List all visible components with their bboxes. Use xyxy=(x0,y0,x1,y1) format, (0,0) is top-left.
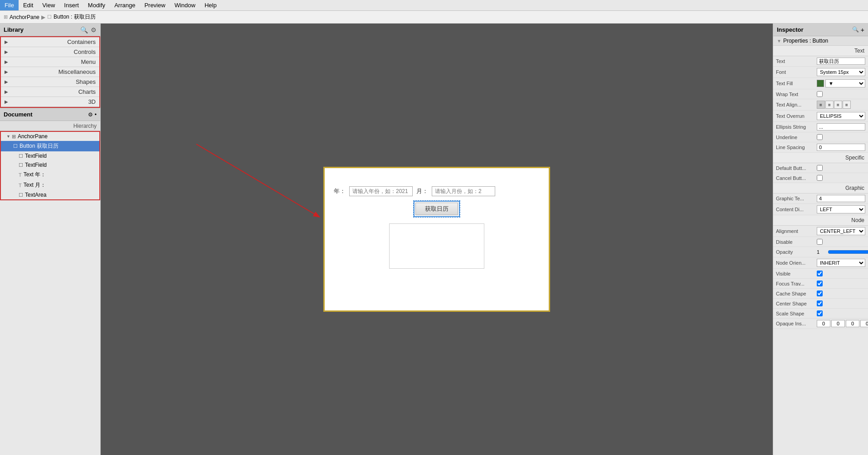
inspector-opaque-inset-bottom[interactable] xyxy=(846,320,859,327)
tree-item-anchorpane[interactable]: ▼ ⊞ AnchorPane xyxy=(1,132,99,141)
inspector-graphic-text-input[interactable] xyxy=(817,195,865,202)
tree-item-text-year[interactable]: T Text 年： xyxy=(1,169,99,180)
document-icons: ⚙ • xyxy=(88,111,97,118)
align-left-button[interactable]: ≡ xyxy=(817,101,825,109)
inspector-header: Inspector 🔍 + xyxy=(773,24,868,36)
document-more-icon[interactable]: • xyxy=(95,111,97,118)
inspector-focus-traversable-label: Focus Trav... xyxy=(776,281,817,286)
breadcrumb-button[interactable]: Button : 获取日历 xyxy=(54,13,96,21)
inspector-underline-checkbox[interactable] xyxy=(817,134,823,140)
inspector-opaque-inset-top[interactable] xyxy=(817,320,830,327)
menu-modify[interactable]: Modify xyxy=(83,0,110,10)
inspector-default-button-checkbox[interactable] xyxy=(817,165,823,171)
tree-item-textarea[interactable]: ☐ TextArea xyxy=(1,190,99,199)
inspector-text-section: Text xyxy=(773,46,868,56)
menu-insert[interactable]: Insert xyxy=(59,0,83,10)
breadcrumb-anchorpane[interactable]: AnchorPane xyxy=(10,14,39,20)
library-item-shapes[interactable]: ▶ Shapes xyxy=(1,77,99,87)
inspector-opaque-inset-right[interactable] xyxy=(831,320,845,327)
library-icons: 🔍 ⚙ xyxy=(80,26,97,34)
inspector-center-shape-label: Center Shape xyxy=(776,301,817,306)
center-canvas-area: 年： 月： 获取日历 xyxy=(101,24,773,455)
inspector-text-fill-row: Text Fill ▼ xyxy=(773,78,868,89)
inspector-font-label: Font xyxy=(776,69,817,75)
menu-help[interactable]: Help xyxy=(200,0,221,10)
inspector-center-shape-checkbox[interactable] xyxy=(817,300,823,306)
inspector-wrap-text-checkbox[interactable] xyxy=(817,91,823,97)
align-right-button[interactable]: ≡ xyxy=(834,101,842,109)
inspector-search-icon[interactable]: 🔍 xyxy=(852,26,859,34)
inspector-cancel-button-checkbox[interactable] xyxy=(817,175,823,181)
document-settings-icon[interactable]: ⚙ xyxy=(88,111,93,118)
tree-label-anchorpane: AnchorPane xyxy=(18,133,48,140)
menu-arrange[interactable]: Arrange xyxy=(110,0,140,10)
text-fill-color-swatch[interactable] xyxy=(817,80,824,87)
menu-view[interactable]: View xyxy=(38,0,59,10)
tree-item-text-month[interactable]: T Text 月： xyxy=(1,180,99,190)
inspector-ellipsis-string-input[interactable] xyxy=(817,123,865,131)
inspector-opacity-slider[interactable] xyxy=(828,248,868,256)
tree-item-button[interactable]: ☐ Button 获取日历 xyxy=(1,141,99,151)
library-item-label: Containers xyxy=(67,39,96,45)
menu-edit[interactable]: Edit xyxy=(19,0,38,10)
inspector-content-display-select[interactable]: LEFT xyxy=(817,205,865,213)
library-item-miscellaneous[interactable]: ▶ Miscellaneous xyxy=(1,67,99,77)
canvas-year-input[interactable] xyxy=(349,186,413,196)
menu-preview[interactable]: Preview xyxy=(140,0,170,10)
inspector-ellipsis-string-value xyxy=(817,123,865,131)
tree-label-textfield-1: TextField xyxy=(25,153,47,159)
library-item-label: Shapes xyxy=(76,78,96,85)
inspector-disable-checkbox[interactable] xyxy=(817,239,823,245)
red-arrow-svg xyxy=(187,140,332,230)
library-item-containers[interactable]: ▶ Containers xyxy=(1,37,99,47)
inspector-graphic-text-row: Graphic Te... xyxy=(773,194,868,204)
inspector-underline-label: Underline xyxy=(776,135,817,140)
inspector-cancel-button-row: Cancel Butt... xyxy=(773,173,868,183)
inspector-visible-checkbox[interactable] xyxy=(817,271,823,276)
inspector-text-fill-select[interactable]: ▼ xyxy=(825,79,865,87)
library-settings-icon[interactable]: ⚙ xyxy=(91,26,97,34)
library-search-icon[interactable]: 🔍 xyxy=(80,26,88,34)
inspector-text-input[interactable] xyxy=(817,58,865,65)
inspector-center-shape-row: Center Shape xyxy=(773,299,868,309)
inspector-line-spacing-input[interactable] xyxy=(817,144,865,151)
inspector-node-section: Node xyxy=(773,215,868,226)
inspector-scale-shape-checkbox[interactable] xyxy=(817,310,823,316)
library-item-charts[interactable]: ▶ Charts xyxy=(1,87,99,97)
inspector-font-row: Font System 15px xyxy=(773,67,868,78)
inspector-chevron-icon: ▼ xyxy=(777,39,781,44)
tree-item-textfield-2[interactable]: ☐ TextField xyxy=(1,160,99,169)
inspector-opaque-inset-left[interactable] xyxy=(860,320,868,327)
inspector-plus-icon[interactable]: + xyxy=(861,26,864,34)
align-center-button[interactable]: ≡ xyxy=(825,101,834,109)
library-item-menu[interactable]: ▶ Menu xyxy=(1,57,99,67)
tree-item-textfield-1[interactable]: ☐ TextField xyxy=(1,151,99,160)
breadcrumb-bar: ⊞ AnchorPane ▶ ☐ Button : 获取日历 xyxy=(0,11,868,24)
inspector-line-spacing-row: Line Spacing xyxy=(773,142,868,153)
inspector-graphic-section: Graphic xyxy=(773,183,868,194)
menu-window[interactable]: Window xyxy=(170,0,200,10)
align-justify-button[interactable]: ≡ xyxy=(843,101,851,109)
inspector-content-display-label: Content Di... xyxy=(776,207,817,212)
textarea-icon: ☐ xyxy=(19,192,23,198)
inspector-title: Inspector xyxy=(777,26,804,33)
textfield-icon: ☐ xyxy=(19,162,23,168)
inspector-cache-shape-row: Cache Shape xyxy=(773,289,868,299)
canvas-year-label: 年： xyxy=(334,187,346,195)
inspector-focus-traversable-checkbox[interactable] xyxy=(817,281,823,286)
inspector-ellipsis-string-label: Ellipsis String xyxy=(776,124,817,130)
canvas-get-calendar-button[interactable]: 获取日历 xyxy=(415,203,458,215)
inspector-text-overrun-select[interactable]: ELLIPSIS xyxy=(817,112,865,120)
inspector-node-orientation-select[interactable]: INHERIT xyxy=(817,259,865,267)
library-item-label: Menu xyxy=(81,58,96,65)
inspector-content-display-value: LEFT xyxy=(817,205,865,213)
inspector-cache-shape-checkbox[interactable] xyxy=(817,290,823,296)
inspector-font-select[interactable]: System 15px xyxy=(817,68,865,76)
canvas-textarea[interactable] xyxy=(389,223,484,269)
inspector-alignment-select[interactable]: CENTER_LEFT xyxy=(817,227,865,235)
canvas-month-input[interactable] xyxy=(432,186,495,196)
inspector-opacity-value: 1 xyxy=(817,248,868,256)
library-item-3d[interactable]: ▶ 3D xyxy=(1,97,99,107)
library-item-controls[interactable]: ▶ Controls xyxy=(1,47,99,57)
menu-file[interactable]: File xyxy=(0,0,19,10)
